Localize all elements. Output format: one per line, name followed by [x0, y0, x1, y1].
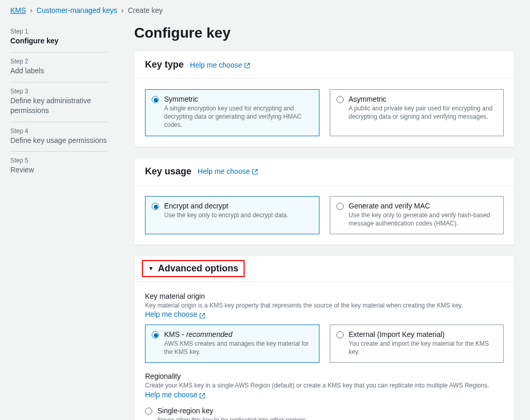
key-type-asymmetric-option[interactable]: Asymmetric A public and private key pair… [330, 89, 504, 136]
material-origin-kms-option[interactable]: KMS - recommended AWS KMS creates and ma… [145, 325, 319, 363]
option-desc: A public and private key pair used for e… [349, 104, 497, 121]
section-desc: Create your KMS key in a single AWS Regi… [145, 381, 504, 399]
option-title: Asymmetric [349, 95, 497, 103]
breadcrumb: KMS › Customer-managed keys › Create key [0, 0, 530, 18]
page-title: Configure key [134, 25, 515, 41]
chevron-right-icon: › [30, 6, 33, 14]
option-desc: Never allow this key to be replicated in… [157, 416, 306, 420]
step-title: Add labels [10, 66, 108, 76]
desc-text: Key material origin is a KMS key propert… [145, 302, 463, 309]
option-title: Generate and verify MAC [349, 202, 497, 210]
key-usage-heading: Key usage [145, 166, 191, 177]
option-title: Encrypt and decrypt [164, 202, 288, 210]
breadcrumb-kms[interactable]: KMS [10, 6, 26, 14]
step-title: Review [10, 165, 108, 175]
step-label: Step 5 [10, 157, 108, 164]
key-material-origin-section: Key material origin Key material origin … [145, 292, 504, 363]
key-usage-panel: Key usage Help me choose Encrypt and [134, 157, 515, 245]
regionality-help-link[interactable]: Help me choose [145, 390, 205, 400]
section-desc: Key material origin is a KMS key propert… [145, 301, 504, 319]
option-desc: A single encryption key used for encrypt… [164, 104, 313, 130]
section-title: Regionality [145, 372, 504, 380]
step-label: Step 3 [10, 88, 108, 95]
key-type-heading: Key type [145, 59, 184, 70]
radio-icon [152, 203, 159, 210]
option-desc: Use the key only to generate and verify … [349, 211, 497, 228]
chevron-right-icon: › [121, 6, 124, 14]
key-type-help-link[interactable]: Help me choose [190, 61, 250, 69]
radio-icon [152, 96, 159, 103]
radio-icon [336, 96, 344, 103]
external-link-icon [199, 312, 205, 318]
advanced-options-panel: ▼ Advanced options Key material origin K… [134, 255, 515, 420]
key-usage-help-link[interactable]: Help me choose [198, 167, 258, 175]
step-3[interactable]: Step 3 Define key administrative permiss… [10, 83, 108, 122]
help-link-text: Help me choose [145, 390, 197, 400]
key-type-panel: Key type Help me choose Symmetric [134, 51, 515, 147]
step-title: Configure key [10, 36, 108, 46]
section-title: Key material origin [145, 292, 504, 300]
material-origin-external-option[interactable]: External (Import Key material) You creat… [330, 325, 504, 363]
step-label: Step 4 [10, 127, 108, 135]
radio-icon [336, 331, 344, 338]
caret-down-icon: ▼ [148, 266, 154, 271]
radio-icon [152, 331, 159, 338]
option-title: KMS - recommended [164, 330, 313, 338]
breadcrumb-customer-keys[interactable]: Customer-managed keys [37, 6, 117, 14]
key-usage-mac-option[interactable]: Generate and verify MAC Use the key only… [330, 196, 504, 234]
step-5[interactable]: Step 5 Review [10, 152, 108, 181]
external-link-icon [244, 62, 250, 68]
key-usage-encrypt-option[interactable]: Encrypt and decrypt Use the key only to … [145, 196, 319, 234]
step-title: Define key administrative permissions [10, 96, 108, 116]
option-desc: You create and import the key material f… [349, 340, 497, 356]
step-label: Step 2 [10, 58, 108, 65]
radio-icon [145, 408, 152, 415]
option-desc: AWS KMS creates and manages the key mate… [164, 340, 313, 356]
option-desc: Use the key only to encrypt and decrypt … [164, 211, 288, 219]
regionality-section: Regionality Create your KMS key in a sin… [145, 372, 504, 420]
help-link-text: Help me choose [145, 310, 197, 319]
wizard-steps-sidebar: Step 1 Configure key Step 2 Add labels S… [0, 18, 119, 420]
option-title: Single-region key [157, 407, 306, 415]
external-link-icon [199, 392, 205, 398]
option-title: Symmetric [164, 95, 313, 103]
external-link-icon [252, 168, 258, 174]
step-label: Step 1 [10, 28, 108, 35]
breadcrumb-current: Create key [128, 6, 163, 14]
radio-icon [336, 203, 344, 210]
help-link-text: Help me choose [190, 61, 242, 69]
advanced-options-toggle[interactable]: ▼ Advanced options [142, 260, 245, 277]
key-type-symmetric-option[interactable]: Symmetric A single encryption key used f… [145, 89, 319, 136]
regionality-single-option[interactable]: Single-region key Never allow this key t… [145, 405, 504, 420]
desc-text: Create your KMS key in a single AWS Regi… [145, 382, 489, 389]
step-4[interactable]: Step 4 Define key usage permissions [10, 122, 108, 152]
option-title: External (Import Key material) [349, 330, 497, 338]
step-title: Define key usage permissions [10, 136, 108, 146]
advanced-options-heading: Advanced options [158, 263, 238, 274]
step-2[interactable]: Step 2 Add labels [10, 53, 108, 83]
help-link-text: Help me choose [198, 167, 250, 175]
material-origin-help-link[interactable]: Help me choose [145, 310, 205, 319]
step-1[interactable]: Step 1 Configure key [10, 23, 108, 53]
